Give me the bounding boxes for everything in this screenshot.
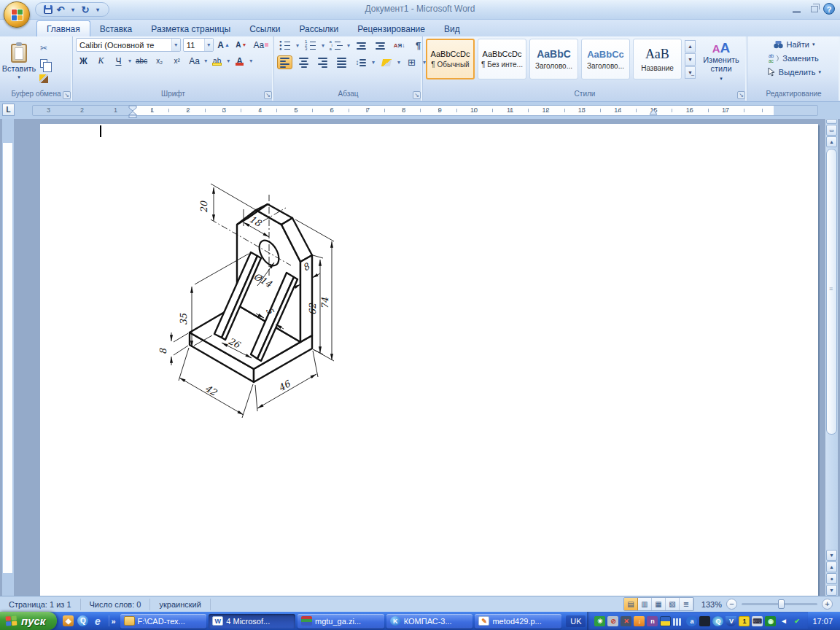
tray-icon[interactable] bbox=[673, 618, 684, 626]
vertical-ruler[interactable]: 1234567891011 bbox=[2, 119, 14, 596]
zoom-out-button[interactable]: − bbox=[726, 599, 737, 610]
ribbon-tab[interactable]: Рассылки bbox=[289, 21, 348, 36]
ribbon-tab[interactable]: Разметка страницы bbox=[141, 21, 240, 36]
ribbon-tab[interactable]: Главная bbox=[36, 20, 90, 36]
tray-icon[interactable]: ✔ bbox=[791, 616, 802, 626]
task-button[interactable]: ✎ metod429.p... bbox=[475, 614, 561, 629]
zoom-slider-thumb[interactable] bbox=[778, 599, 785, 609]
start-button[interactable]: пуск bbox=[0, 612, 57, 630]
cut-button[interactable]: ✂ bbox=[36, 42, 51, 55]
italic-button[interactable]: К bbox=[93, 54, 109, 68]
style-scroll-up[interactable]: ▲ bbox=[685, 40, 696, 52]
zoom-level[interactable]: 133% bbox=[699, 600, 722, 609]
font-size-combo[interactable]: 11 ▾ bbox=[183, 38, 214, 52]
clipboard-dialog-launcher[interactable]: ↘ bbox=[63, 91, 71, 99]
align-center-button[interactable] bbox=[296, 55, 311, 69]
highlight-dropdown[interactable]: ▾ bbox=[227, 58, 230, 64]
shading-dropdown[interactable]: ▾ bbox=[397, 59, 400, 66]
page-indicator[interactable]: Страница: 1 из 1 bbox=[0, 599, 81, 610]
word-count[interactable]: Число слов: 0 bbox=[81, 599, 151, 610]
styles-dialog-launcher[interactable]: ↘ bbox=[737, 91, 745, 99]
view-mode-button[interactable]: ▦ bbox=[652, 598, 666, 610]
tray-icon[interactable]: 1 bbox=[739, 616, 750, 626]
multilevel-dropdown[interactable]: ▾ bbox=[347, 42, 350, 49]
help-button[interactable]: ? bbox=[823, 3, 835, 15]
tray-icon[interactable]: Q bbox=[712, 616, 723, 626]
tray-icon[interactable]: ⌨ bbox=[752, 616, 763, 626]
numbering-dropdown[interactable]: ▾ bbox=[322, 42, 324, 49]
increase-indent-button[interactable] bbox=[373, 39, 388, 52]
paragraph-dialog-launcher[interactable]: ↘ bbox=[413, 91, 421, 99]
font-color-dropdown[interactable]: ▾ bbox=[249, 58, 252, 64]
view-mode-button[interactable]: ▤ bbox=[624, 598, 638, 610]
scrollbar-thumb[interactable] bbox=[826, 149, 837, 435]
replace-button[interactable]: ab ac Заменить bbox=[749, 52, 839, 63]
previous-page-button[interactable]: ▲ bbox=[826, 561, 837, 572]
quick-launch-icon[interactable]: e bbox=[92, 615, 103, 626]
zoom-slider[interactable] bbox=[742, 603, 817, 605]
task-button[interactable]: F:\CAD-тех... bbox=[120, 614, 207, 629]
ribbon-tab[interactable]: Вид bbox=[435, 21, 470, 36]
line-spacing-button[interactable]: ↕ bbox=[353, 55, 368, 69]
style-card[interactable]: АаВ Название bbox=[633, 39, 682, 79]
horizontal-ruler[interactable]: 321 1234567891011121314151617 bbox=[32, 105, 818, 116]
tray-icon[interactable]: ✳ bbox=[594, 616, 605, 626]
task-button[interactable]: K КОМПАС-3... bbox=[386, 614, 473, 629]
font-family-combo[interactable]: Calibri (Основной те ▾ bbox=[76, 38, 181, 52]
tray-icon[interactable]: a bbox=[686, 616, 697, 626]
grow-font-button[interactable]: А▲ bbox=[216, 38, 232, 52]
change-case-dropdown[interactable]: ▾ bbox=[204, 58, 207, 64]
style-scroll-down[interactable]: ▼ bbox=[685, 53, 696, 66]
superscript-button[interactable]: x² bbox=[169, 54, 184, 68]
quick-launch-overflow[interactable]: » bbox=[111, 617, 115, 626]
style-card[interactable]: AaBbCcDc ¶ Без инте... bbox=[478, 39, 526, 79]
format-painter-button[interactable] bbox=[36, 72, 51, 85]
zoom-in-button[interactable]: + bbox=[822, 599, 833, 610]
tray-icon[interactable] bbox=[660, 616, 671, 626]
style-gallery-expand[interactable]: ▼̲ bbox=[685, 66, 696, 79]
sort-button[interactable]: А Я↓ bbox=[392, 39, 407, 52]
font-dialog-launcher[interactable]: ↘ bbox=[264, 91, 272, 99]
view-mode-button[interactable]: ≣ bbox=[680, 598, 693, 610]
align-right-button[interactable] bbox=[315, 55, 330, 69]
style-card[interactable]: AaBbCcDc ¶ Обычный bbox=[426, 39, 475, 79]
tray-icon[interactable]: n bbox=[647, 616, 658, 626]
ribbon-tab[interactable]: Вставка bbox=[90, 21, 142, 36]
tray-icon[interactable]: ◉ bbox=[765, 616, 776, 626]
subscript-button[interactable]: x₂ bbox=[152, 54, 167, 68]
copy-button[interactable] bbox=[36, 57, 51, 70]
view-mode-button[interactable]: ▧ bbox=[666, 598, 680, 610]
document-page[interactable]: 20 18 Ø14 8 74 62 5 35 8 42 46 26 bbox=[40, 124, 818, 596]
tray-icon[interactable]: ✕ bbox=[621, 616, 631, 626]
bracket-isometric-drawing[interactable]: 20 18 Ø14 8 74 62 5 35 8 42 46 26 bbox=[149, 173, 354, 421]
language-indicator[interactable]: украинский bbox=[150, 599, 210, 610]
task-button[interactable]: W 4 Microsof... bbox=[209, 614, 295, 629]
minimize-button[interactable] bbox=[793, 11, 801, 13]
tray-icon[interactable]: V bbox=[726, 616, 736, 626]
multilevel-list-button[interactable]: aia bbox=[328, 39, 343, 52]
quick-launch-icon[interactable]: Q bbox=[77, 615, 88, 626]
tray-icon[interactable]: ↓ bbox=[634, 616, 645, 626]
indent-markers[interactable] bbox=[128, 105, 138, 118]
bold-button[interactable]: Ж bbox=[76, 54, 91, 68]
tray-icon[interactable]: ⊘ bbox=[607, 616, 618, 626]
split-handle[interactable] bbox=[826, 119, 837, 124]
scroll-down-button[interactable]: ▼ bbox=[826, 550, 837, 561]
numbering-button[interactable]: 123 bbox=[303, 39, 318, 52]
tab-stop-selector[interactable]: L bbox=[2, 104, 15, 116]
font-color-button[interactable]: А bbox=[232, 54, 247, 68]
tray-icon[interactable] bbox=[699, 616, 710, 626]
borders-button[interactable]: ⊞ bbox=[404, 55, 419, 69]
change-case-button[interactable]: Аа bbox=[187, 54, 202, 68]
change-styles-button[interactable]: АА Изменить стили ▾ bbox=[699, 39, 744, 88]
shrink-font-button[interactable]: А▼ bbox=[233, 38, 249, 52]
document-area[interactable]: 1234567891011 bbox=[0, 119, 840, 596]
vertical-scrollbar[interactable]: ▭ ▲ ▼ ▲ ● ▼ bbox=[825, 119, 838, 596]
view-mode-button[interactable]: ▥ bbox=[638, 598, 652, 610]
justify-button[interactable] bbox=[334, 55, 349, 69]
find-button[interactable]: Найти▾ bbox=[749, 39, 839, 50]
scroll-up-button[interactable]: ▲ bbox=[826, 136, 837, 147]
bullets-dropdown[interactable]: ▾ bbox=[296, 42, 299, 49]
browse-object-button[interactable]: ● bbox=[826, 573, 837, 584]
select-button[interactable]: Выделить▾ bbox=[749, 66, 839, 77]
